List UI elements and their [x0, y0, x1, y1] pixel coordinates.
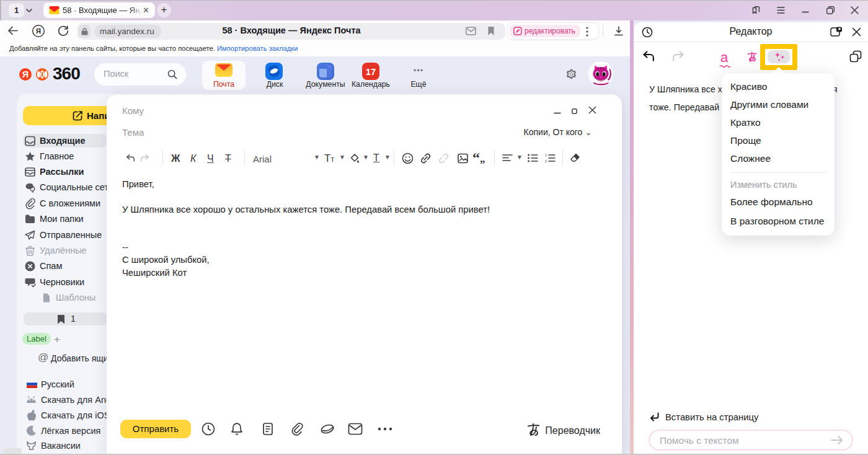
svg-text:Я: Я	[22, 69, 29, 79]
svg-text:2: 2	[545, 159, 547, 163]
svg-text:17: 17	[366, 66, 376, 77]
svg-text:1: 1	[545, 154, 547, 157]
svg-text:Я: Я	[36, 27, 41, 35]
